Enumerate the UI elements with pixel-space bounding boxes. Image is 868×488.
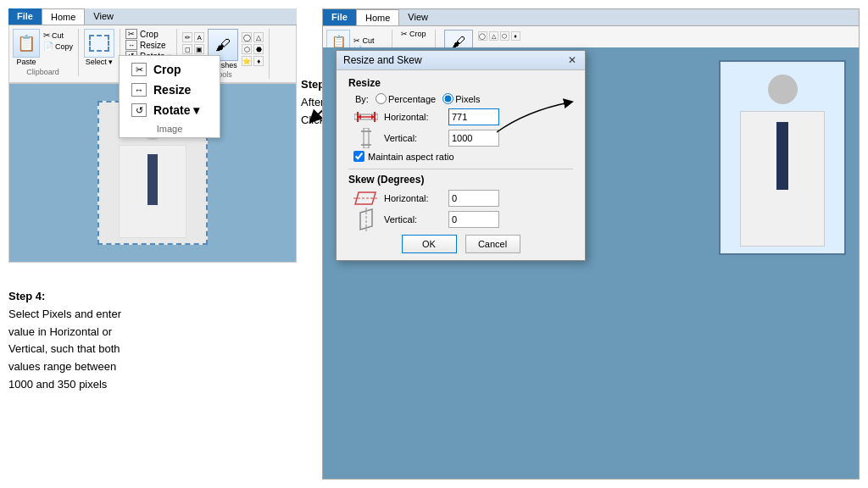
person-tie — [147, 154, 158, 205]
skew-horizontal-label: Horizontal: — [384, 193, 443, 203]
rshape1[interactable]: ◯ — [478, 31, 487, 41]
rshape2[interactable]: △ — [489, 31, 498, 41]
by-label: By: — [355, 94, 369, 104]
paste-button[interactable]: 📋 Paste — [13, 29, 40, 66]
resize-skew-dialog: Resize and Skew ✕ Resize By: Percentage … — [336, 50, 586, 261]
crop-button[interactable]: ✂ Crop — [125, 29, 171, 39]
horizontal-input[interactable] — [448, 108, 499, 125]
resize-section-title: Resize — [348, 77, 573, 89]
canvas-photo-right — [719, 60, 846, 255]
percentage-radio[interactable] — [376, 93, 387, 104]
vertical-label: Vertical: — [384, 133, 443, 143]
maintain-aspect-label: Maintain aspect ratio — [368, 152, 454, 162]
select-button[interactable]: Select ▾ — [84, 29, 114, 66]
home-tab-right[interactable]: Home — [356, 9, 399, 25]
view-tab-left[interactable]: View — [85, 8, 122, 25]
skew-section-title: Skew (Degrees) — [348, 174, 573, 186]
eraser-icon[interactable]: ◻ — [182, 44, 192, 54]
cancel-button[interactable]: Cancel — [465, 235, 520, 253]
pixels-radio[interactable] — [442, 93, 453, 104]
image-dropdown: ✂ Crop ↔ Resize ↺ Rotate ▾ Image — [119, 55, 220, 138]
percentage-radio-label[interactable]: Percentage — [376, 93, 436, 104]
vertical-resize-icon — [353, 130, 379, 147]
dialog-close-button[interactable]: ✕ — [566, 54, 578, 66]
select-group: Select ▾ — [84, 29, 120, 66]
home-tab-left[interactable]: Home — [42, 8, 85, 25]
cut-btn-right[interactable]: ✂ Cut — [353, 36, 383, 45]
skew-horizontal-icon — [353, 190, 379, 207]
rphoto-head — [768, 75, 798, 104]
step4-annotation: Step 4: Select Pixels and enter value in… — [8, 288, 280, 394]
view-tab-right[interactable]: View — [399, 9, 437, 25]
shape4-icon[interactable]: ⬣ — [253, 44, 264, 54]
crop-btn-right[interactable]: ✂ Crop — [401, 30, 426, 38]
shape6-icon[interactable]: ♦ — [253, 56, 264, 66]
shape2-icon[interactable]: △ — [253, 32, 264, 42]
file-tab-right[interactable]: File — [323, 9, 356, 25]
clipboard-group: 📋 Paste ✂ Cut 📄 Copy Clipboard — [13, 29, 79, 76]
shape5-icon[interactable]: ⭐ — [242, 56, 252, 66]
image-group-dropdown-label: Image — [126, 124, 213, 134]
copy-button[interactable]: 📄 Copy — [43, 42, 73, 51]
skew-vertical-icon — [353, 211, 379, 228]
dialog-titlebar: Resize and Skew ✕ — [337, 51, 585, 70]
dialog-buttons: OK Cancel — [348, 235, 573, 253]
shape3-icon[interactable]: ⬡ — [242, 44, 252, 54]
maintain-aspect-checkbox[interactable] — [353, 151, 364, 162]
ok-button[interactable]: OK — [402, 235, 457, 253]
skew-vertical-label: Vertical: — [384, 214, 443, 225]
crop-option[interactable]: ✂ Crop — [126, 59, 213, 80]
resize-option[interactable]: ↔ Resize — [126, 80, 213, 100]
cut-button[interactable]: ✂ Cut — [43, 30, 73, 40]
person-body — [119, 145, 186, 238]
rshape4[interactable]: ♦ — [511, 31, 520, 41]
pencil-icon[interactable]: ✏ — [182, 32, 192, 42]
rshape3[interactable]: ⬡ — [500, 31, 509, 41]
rotate-option[interactable]: ↺ Rotate ▾ — [126, 100, 213, 120]
file-tab-left[interactable]: File — [8, 8, 42, 25]
text-icon[interactable]: A — [194, 32, 204, 42]
rphoto-body — [740, 111, 825, 247]
fill-icon[interactable]: ▣ — [194, 44, 204, 54]
pixels-radio-label[interactable]: Pixels — [442, 93, 480, 104]
skew-horizontal-input[interactable] — [448, 190, 499, 207]
clipboard-label: Clipboard — [26, 68, 59, 76]
horizontal-label: Horizontal: — [384, 112, 443, 122]
resize-button[interactable]: ↔ Resize — [125, 40, 171, 50]
rphoto-tie — [776, 122, 788, 190]
shape1-icon[interactable]: ◯ — [242, 32, 252, 42]
horizontal-resize-icon — [353, 108, 379, 125]
dialog-title: Resize and Skew — [343, 54, 422, 66]
skew-vertical-input[interactable] — [448, 211, 499, 228]
vertical-input[interactable] — [448, 130, 499, 147]
